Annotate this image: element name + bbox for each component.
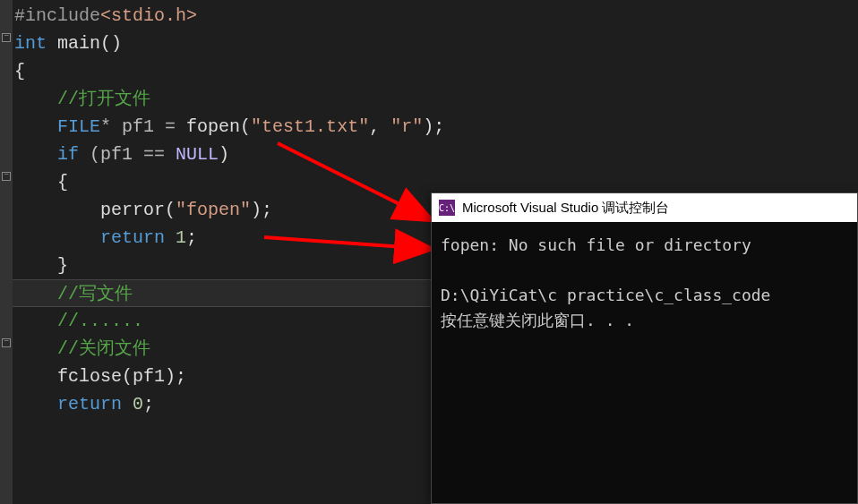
brace: } <box>57 255 68 276</box>
code-line[interactable]: //打开文件 <box>0 85 858 113</box>
console-line: D:\QiYiCat\c practice\c_class_code <box>441 286 770 304</box>
console-line: fopen: No such file or directory <box>441 235 751 254</box>
keyword-token: if <box>57 144 79 165</box>
comment: //...... <box>57 311 143 331</box>
preprocessor-token: #include <box>14 5 100 26</box>
brace: { <box>57 172 68 192</box>
number-literal: 1 <box>165 227 186 248</box>
comment: //写文件 <box>57 284 133 304</box>
paren: ( <box>165 200 176 220</box>
keyword-token: return <box>100 227 165 248</box>
brace: { <box>14 61 25 81</box>
null-literal: NULL <box>165 144 219 165</box>
string-literal: "test1.txt" <box>251 116 369 137</box>
include-path: <stdio.h> <box>100 5 197 26</box>
console-output[interactable]: fopen: No such file or directory D:\QiYi… <box>432 222 857 344</box>
code-line[interactable]: if (pf1 == NULL) <box>0 141 858 168</box>
func-call: perror <box>100 200 165 220</box>
debug-console-window[interactable]: C:\ Microsoft Visual Studio 调试控制台 fopen:… <box>431 192 858 504</box>
number-literal: 0 <box>122 394 143 414</box>
paren: ); <box>423 116 444 137</box>
vs-console-icon: C:\ <box>439 200 455 216</box>
console-titlebar[interactable]: C:\ Microsoft Visual Studio 调试控制台 <box>432 193 857 222</box>
comment: //打开文件 <box>57 89 150 109</box>
code-line[interactable]: int main() <box>0 30 858 57</box>
punct: () <box>100 33 122 54</box>
paren: (pf1); <box>122 366 186 387</box>
expr: (pf1 <box>79 144 143 165</box>
console-line: 按任意键关闭此窗口. . . <box>441 311 634 329</box>
keyword-token: int <box>14 33 47 54</box>
semicolon: ; <box>186 227 197 248</box>
operator: == <box>143 144 165 165</box>
operator: = <box>165 116 176 137</box>
code-line[interactable]: #include<stdio.h> <box>0 2 858 30</box>
func-call: fclose <box>57 366 122 387</box>
func-call: fopen <box>176 116 240 137</box>
console-title-text: Microsoft Visual Studio 调试控制台 <box>462 200 669 217</box>
string-literal: "r" <box>390 116 423 137</box>
semicolon: ; <box>143 394 154 414</box>
comment: //关闭文件 <box>57 338 150 359</box>
code-line[interactable]: FILE* pf1 = fopen("test1.txt", "r"); <box>0 113 858 141</box>
identifier: pf1 <box>111 116 165 137</box>
gutter <box>0 0 13 504</box>
paren: ); <box>251 200 272 220</box>
func-name: main <box>47 33 100 54</box>
comma: , <box>369 116 390 137</box>
string-literal: "fopen" <box>176 200 251 220</box>
fold-icon[interactable] <box>2 338 11 347</box>
fold-icon[interactable] <box>2 172 11 181</box>
type-token: FILE <box>57 116 100 137</box>
paren: ) <box>219 144 229 165</box>
paren: ( <box>240 116 251 137</box>
operator: * <box>100 116 111 137</box>
fold-icon[interactable] <box>2 33 11 42</box>
keyword-token: return <box>57 394 122 414</box>
code-line[interactable]: { <box>0 57 858 85</box>
